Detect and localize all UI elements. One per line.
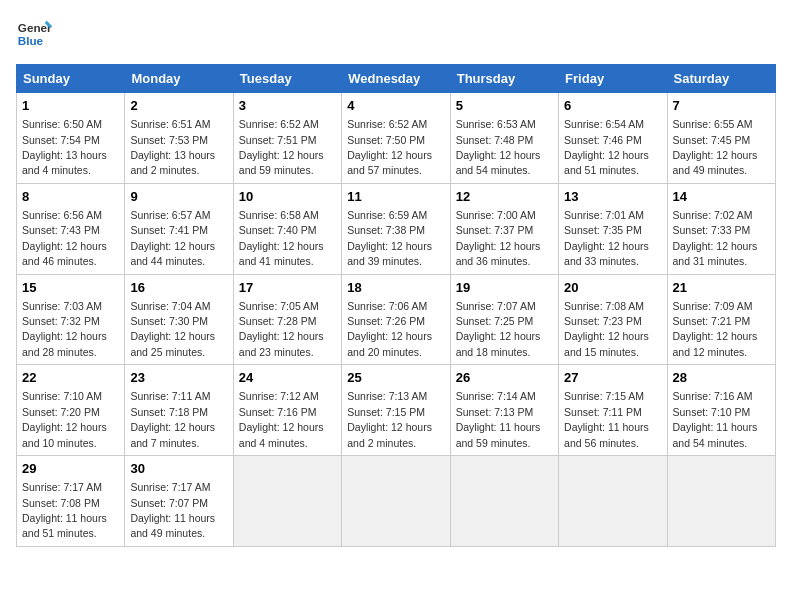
day-cell: 14 Sunrise: 7:02 AM Sunset: 7:33 PM Dayl… bbox=[667, 183, 775, 274]
daylight: Daylight: 11 hours and 51 minutes. bbox=[22, 512, 107, 539]
day-cell: 5 Sunrise: 6:53 AM Sunset: 7:48 PM Dayli… bbox=[450, 93, 558, 184]
sunset: Sunset: 7:48 PM bbox=[456, 134, 534, 146]
day-cell: 25 Sunrise: 7:13 AM Sunset: 7:15 PM Dayl… bbox=[342, 365, 450, 456]
sunset: Sunset: 7:30 PM bbox=[130, 315, 208, 327]
day-number: 27 bbox=[564, 369, 661, 387]
daylight: Daylight: 12 hours and 7 minutes. bbox=[130, 421, 215, 448]
daylight: Daylight: 12 hours and 10 minutes. bbox=[22, 421, 107, 448]
day-number: 1 bbox=[22, 97, 119, 115]
daylight: Daylight: 12 hours and 44 minutes. bbox=[130, 240, 215, 267]
sunset: Sunset: 7:37 PM bbox=[456, 224, 534, 236]
day-cell: 8 Sunrise: 6:56 AM Sunset: 7:43 PM Dayli… bbox=[17, 183, 125, 274]
day-cell: 12 Sunrise: 7:00 AM Sunset: 7:37 PM Dayl… bbox=[450, 183, 558, 274]
day-number: 5 bbox=[456, 97, 553, 115]
sunset: Sunset: 7:18 PM bbox=[130, 406, 208, 418]
daylight: Daylight: 12 hours and 15 minutes. bbox=[564, 330, 649, 357]
day-cell: 24 Sunrise: 7:12 AM Sunset: 7:16 PM Dayl… bbox=[233, 365, 341, 456]
day-cell: 7 Sunrise: 6:55 AM Sunset: 7:45 PM Dayli… bbox=[667, 93, 775, 184]
day-number: 4 bbox=[347, 97, 444, 115]
sunset: Sunset: 7:10 PM bbox=[673, 406, 751, 418]
sunrise: Sunrise: 7:11 AM bbox=[130, 390, 210, 402]
day-number: 28 bbox=[673, 369, 770, 387]
daylight: Daylight: 12 hours and 20 minutes. bbox=[347, 330, 432, 357]
sunrise: Sunrise: 7:17 AM bbox=[130, 481, 210, 493]
daylight: Daylight: 12 hours and 25 minutes. bbox=[130, 330, 215, 357]
day-number: 19 bbox=[456, 279, 553, 297]
day-cell: 30 Sunrise: 7:17 AM Sunset: 7:07 PM Dayl… bbox=[125, 456, 233, 547]
day-number: 21 bbox=[673, 279, 770, 297]
day-number: 7 bbox=[673, 97, 770, 115]
day-cell: 15 Sunrise: 7:03 AM Sunset: 7:32 PM Dayl… bbox=[17, 274, 125, 365]
day-number: 26 bbox=[456, 369, 553, 387]
daylight: Daylight: 12 hours and 18 minutes. bbox=[456, 330, 541, 357]
day-number: 20 bbox=[564, 279, 661, 297]
day-number: 24 bbox=[239, 369, 336, 387]
logo: General Blue bbox=[16, 16, 56, 52]
empty-cell bbox=[667, 456, 775, 547]
day-cell: 3 Sunrise: 6:52 AM Sunset: 7:51 PM Dayli… bbox=[233, 93, 341, 184]
sunset: Sunset: 7:16 PM bbox=[239, 406, 317, 418]
day-number: 10 bbox=[239, 188, 336, 206]
sunset: Sunset: 7:41 PM bbox=[130, 224, 208, 236]
day-cell: 29 Sunrise: 7:17 AM Sunset: 7:08 PM Dayl… bbox=[17, 456, 125, 547]
header-thursday: Thursday bbox=[450, 65, 558, 93]
day-cell: 11 Sunrise: 6:59 AM Sunset: 7:38 PM Dayl… bbox=[342, 183, 450, 274]
sunset: Sunset: 7:50 PM bbox=[347, 134, 425, 146]
daylight: Daylight: 12 hours and 12 minutes. bbox=[673, 330, 758, 357]
day-cell: 16 Sunrise: 7:04 AM Sunset: 7:30 PM Dayl… bbox=[125, 274, 233, 365]
sunset: Sunset: 7:32 PM bbox=[22, 315, 100, 327]
sunrise: Sunrise: 6:52 AM bbox=[239, 118, 319, 130]
day-number: 2 bbox=[130, 97, 227, 115]
sunrise: Sunrise: 7:09 AM bbox=[673, 300, 753, 312]
day-cell: 9 Sunrise: 6:57 AM Sunset: 7:41 PM Dayli… bbox=[125, 183, 233, 274]
calendar-table: SundayMondayTuesdayWednesdayThursdayFrid… bbox=[16, 64, 776, 547]
sunset: Sunset: 7:25 PM bbox=[456, 315, 534, 327]
sunset: Sunset: 7:51 PM bbox=[239, 134, 317, 146]
day-number: 11 bbox=[347, 188, 444, 206]
daylight: Daylight: 12 hours and 23 minutes. bbox=[239, 330, 324, 357]
day-cell: 22 Sunrise: 7:10 AM Sunset: 7:20 PM Dayl… bbox=[17, 365, 125, 456]
day-cell: 1 Sunrise: 6:50 AM Sunset: 7:54 PM Dayli… bbox=[17, 93, 125, 184]
empty-cell bbox=[233, 456, 341, 547]
day-cell: 13 Sunrise: 7:01 AM Sunset: 7:35 PM Dayl… bbox=[559, 183, 667, 274]
day-cell: 27 Sunrise: 7:15 AM Sunset: 7:11 PM Dayl… bbox=[559, 365, 667, 456]
day-number: 22 bbox=[22, 369, 119, 387]
daylight: Daylight: 12 hours and 39 minutes. bbox=[347, 240, 432, 267]
day-number: 6 bbox=[564, 97, 661, 115]
calendar-week-row: 1 Sunrise: 6:50 AM Sunset: 7:54 PM Dayli… bbox=[17, 93, 776, 184]
daylight: Daylight: 12 hours and 59 minutes. bbox=[239, 149, 324, 176]
sunrise: Sunrise: 6:50 AM bbox=[22, 118, 102, 130]
sunset: Sunset: 7:46 PM bbox=[564, 134, 642, 146]
day-cell: 20 Sunrise: 7:08 AM Sunset: 7:23 PM Dayl… bbox=[559, 274, 667, 365]
empty-cell bbox=[450, 456, 558, 547]
sunset: Sunset: 7:54 PM bbox=[22, 134, 100, 146]
header-monday: Monday bbox=[125, 65, 233, 93]
daylight: Daylight: 12 hours and 46 minutes. bbox=[22, 240, 107, 267]
sunrise: Sunrise: 6:57 AM bbox=[130, 209, 210, 221]
sunset: Sunset: 7:13 PM bbox=[456, 406, 534, 418]
daylight: Daylight: 12 hours and 49 minutes. bbox=[673, 149, 758, 176]
sunrise: Sunrise: 7:02 AM bbox=[673, 209, 753, 221]
sunset: Sunset: 7:40 PM bbox=[239, 224, 317, 236]
day-cell: 10 Sunrise: 6:58 AM Sunset: 7:40 PM Dayl… bbox=[233, 183, 341, 274]
sunrise: Sunrise: 7:07 AM bbox=[456, 300, 536, 312]
sunset: Sunset: 7:15 PM bbox=[347, 406, 425, 418]
sunset: Sunset: 7:43 PM bbox=[22, 224, 100, 236]
sunrise: Sunrise: 7:17 AM bbox=[22, 481, 102, 493]
day-number: 9 bbox=[130, 188, 227, 206]
day-number: 15 bbox=[22, 279, 119, 297]
day-cell: 6 Sunrise: 6:54 AM Sunset: 7:46 PM Dayli… bbox=[559, 93, 667, 184]
sunrise: Sunrise: 7:03 AM bbox=[22, 300, 102, 312]
day-cell: 23 Sunrise: 7:11 AM Sunset: 7:18 PM Dayl… bbox=[125, 365, 233, 456]
sunset: Sunset: 7:26 PM bbox=[347, 315, 425, 327]
day-number: 29 bbox=[22, 460, 119, 478]
sunrise: Sunrise: 7:00 AM bbox=[456, 209, 536, 221]
daylight: Daylight: 11 hours and 59 minutes. bbox=[456, 421, 541, 448]
day-cell: 17 Sunrise: 7:05 AM Sunset: 7:28 PM Dayl… bbox=[233, 274, 341, 365]
sunrise: Sunrise: 7:12 AM bbox=[239, 390, 319, 402]
sunset: Sunset: 7:23 PM bbox=[564, 315, 642, 327]
daylight: Daylight: 13 hours and 4 minutes. bbox=[22, 149, 107, 176]
sunset: Sunset: 7:20 PM bbox=[22, 406, 100, 418]
day-number: 17 bbox=[239, 279, 336, 297]
header-friday: Friday bbox=[559, 65, 667, 93]
